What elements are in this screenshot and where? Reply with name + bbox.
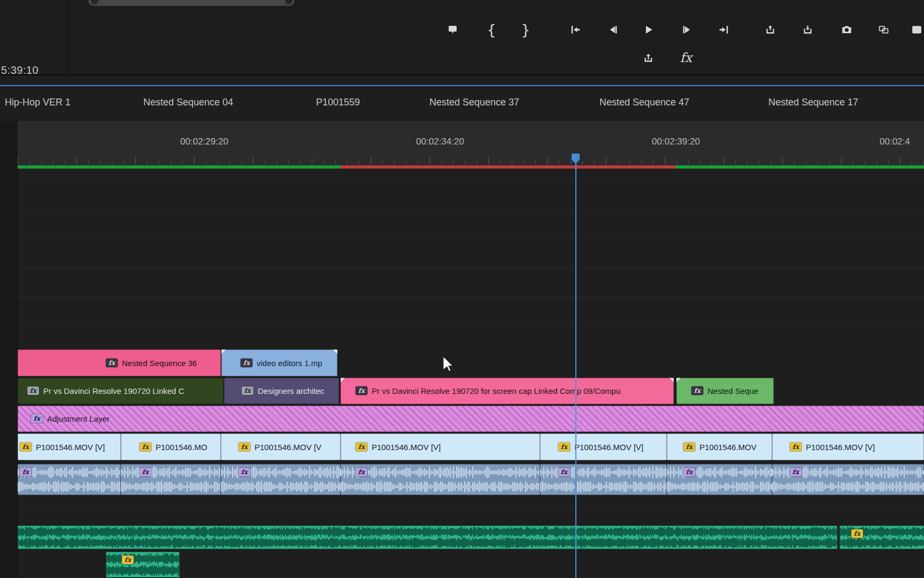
step-back-button[interactable] bbox=[603, 20, 622, 39]
ruler-tick bbox=[335, 161, 336, 164]
ruler-tick bbox=[206, 161, 206, 164]
fx-badge[interactable]: fx bbox=[20, 443, 32, 451]
ruler-tick bbox=[829, 161, 830, 164]
timeline-clip[interactable]: fxP1001546.MOV [V] bbox=[772, 434, 924, 460]
monitor-zoom-scrollbar[interactable] bbox=[88, 0, 295, 6]
fx-badge[interactable]: fx bbox=[242, 386, 253, 395]
zoom-handle-left-icon[interactable] bbox=[91, 0, 98, 4]
ruler-timecode-label: 00:02:29:20 bbox=[180, 136, 228, 147]
partial-icon bbox=[911, 24, 922, 35]
extract-button[interactable] bbox=[798, 20, 817, 39]
track-separator bbox=[18, 181, 924, 181]
mark-out-button[interactable]: } bbox=[516, 20, 535, 39]
lift-button[interactable] bbox=[760, 20, 780, 39]
ruler-tick bbox=[712, 161, 712, 164]
timeline-clip[interactable]: fxP1001546.MOV [V bbox=[221, 434, 341, 460]
step-forward-button[interactable] bbox=[677, 20, 696, 39]
sequence-tab-3[interactable]: P1001559 bbox=[316, 97, 360, 108]
add-marker-button[interactable] bbox=[443, 20, 462, 39]
go-to-out-button[interactable] bbox=[714, 20, 733, 39]
sequence-tab-6[interactable]: Nested Sequence 17 bbox=[768, 97, 858, 108]
ruler-tick bbox=[135, 157, 136, 164]
timeline-clip[interactable]: fx bbox=[121, 464, 221, 495]
ruler-tick bbox=[347, 161, 348, 164]
timeline-clip[interactable]: fx bbox=[540, 464, 667, 495]
track-separator bbox=[18, 505, 924, 506]
fx-badge[interactable]: fx bbox=[106, 359, 118, 367]
fx-badge[interactable]: fx bbox=[683, 443, 695, 451]
timeline-ruler[interactable]: 00:02:29:2000:02:34:2000:02:39:2000:02:4 bbox=[18, 121, 924, 165]
fx-badge[interactable]: fx bbox=[851, 529, 863, 538]
clip-label: Nested Seque bbox=[707, 378, 758, 404]
playhead-line[interactable] bbox=[575, 162, 576, 578]
fx-badge[interactable]: fx bbox=[122, 556, 134, 564]
timeline-clip[interactable]: fx bbox=[840, 526, 924, 549]
fx-badge[interactable]: fx bbox=[356, 443, 367, 451]
fx-badge[interactable]: fx bbox=[691, 386, 703, 395]
comparison-view-button[interactable] bbox=[874, 20, 893, 39]
timeline-clip[interactable]: fxP1001546.MOV [V] bbox=[18, 434, 121, 460]
fx-badge[interactable]: fx bbox=[790, 468, 802, 476]
timeline-clip[interactable]: fxNested Seque bbox=[676, 378, 774, 404]
play-icon bbox=[643, 24, 654, 35]
timeline-clip[interactable]: fxP1001546.MOV [V] bbox=[341, 434, 540, 460]
timeline-clip[interactable]: fxPr vs Davinci Resolve 190720 Linked C bbox=[18, 378, 224, 404]
timeline-clip[interactable]: fxNested Sequence 36 bbox=[18, 349, 221, 376]
timeline-clip[interactable]: fxP1001546.MOV [V] bbox=[540, 434, 667, 460]
fx-badge[interactable]: fx bbox=[241, 359, 252, 367]
timeline-clip[interactable]: fx bbox=[341, 464, 540, 495]
export-frame-button[interactable] bbox=[837, 20, 856, 39]
timeline-clip[interactable]: fx bbox=[667, 464, 772, 495]
timeline-clip[interactable]: fxPr vs Davinci Resolve 190720 for scree… bbox=[341, 378, 674, 404]
fx-badge[interactable]: fx bbox=[683, 468, 695, 476]
sequence-tab-5[interactable]: Nested Sequence 47 bbox=[599, 97, 689, 108]
timeline-clip[interactable]: fx bbox=[18, 464, 121, 495]
sequence-tab-2[interactable]: Nested Sequence 04 bbox=[143, 97, 233, 108]
audio-waveform bbox=[18, 464, 121, 495]
ruler-tick bbox=[418, 161, 418, 164]
timeline-clip[interactable]: fx bbox=[221, 464, 341, 495]
fx-badge[interactable]: fx bbox=[238, 443, 250, 451]
extract-icon bbox=[802, 24, 813, 35]
edge-clipped-button[interactable] bbox=[907, 20, 924, 39]
play-button[interactable] bbox=[638, 20, 658, 39]
fx-badge[interactable]: fx bbox=[790, 443, 802, 451]
fx-badge[interactable]: fx bbox=[27, 386, 39, 395]
fx-badge[interactable]: fx bbox=[356, 386, 367, 395]
ruler-tick bbox=[912, 161, 912, 164]
fx-badge[interactable]: fx bbox=[238, 468, 250, 476]
fx-badge[interactable]: fx bbox=[20, 468, 32, 476]
zoom-handle-right-icon[interactable] bbox=[285, 0, 292, 4]
ruler-tick bbox=[359, 161, 359, 164]
go-to-in-button[interactable] bbox=[566, 20, 585, 39]
timeline-clip[interactable]: fxP1001546.MOV bbox=[667, 434, 772, 460]
ruler-tick bbox=[488, 157, 489, 164]
mark-in-button[interactable]: { bbox=[482, 20, 501, 39]
fx-badge[interactable]: fx bbox=[140, 468, 151, 476]
step-back-icon bbox=[607, 24, 619, 35]
fx-badge[interactable]: fx bbox=[558, 443, 570, 451]
timeline-clip[interactable]: fx bbox=[772, 464, 924, 495]
sequence-tab-1[interactable]: Hip-Hop VER 1 bbox=[5, 97, 71, 108]
sequence-tab-4[interactable]: Nested Sequence 37 bbox=[429, 97, 519, 108]
fx-badge[interactable]: fx bbox=[558, 468, 570, 476]
timeline-clip[interactable]: fxDesigners architec bbox=[224, 378, 339, 404]
timeline-clip[interactable] bbox=[18, 526, 837, 549]
clip-label: Nested Sequence 36 bbox=[122, 349, 197, 376]
fx-effects-button[interactable]: fx bbox=[676, 48, 696, 67]
timeline-clip[interactable]: fxP1001546.MO bbox=[121, 434, 221, 460]
ruler-tick bbox=[465, 161, 465, 164]
clip-label: P1001546.MOV [V] bbox=[574, 434, 643, 460]
timeline-clip[interactable]: fx bbox=[106, 552, 180, 577]
fx-badge[interactable]: fx bbox=[31, 414, 43, 423]
ruler-tick bbox=[535, 161, 536, 164]
ruler-tick bbox=[594, 161, 595, 164]
timeline-clip[interactable]: fxAdjustment Layer bbox=[18, 406, 924, 432]
fx-badge[interactable]: fx bbox=[356, 468, 367, 476]
fx-badge[interactable]: fx bbox=[140, 443, 151, 451]
ruler-tick bbox=[276, 161, 277, 164]
timeline-clip[interactable]: fxvideo editors 1.mp bbox=[221, 349, 337, 376]
clip-label: P1001546.MOV [V] bbox=[806, 434, 875, 460]
ruler-tick bbox=[124, 161, 124, 164]
export-button[interactable] bbox=[638, 48, 658, 67]
